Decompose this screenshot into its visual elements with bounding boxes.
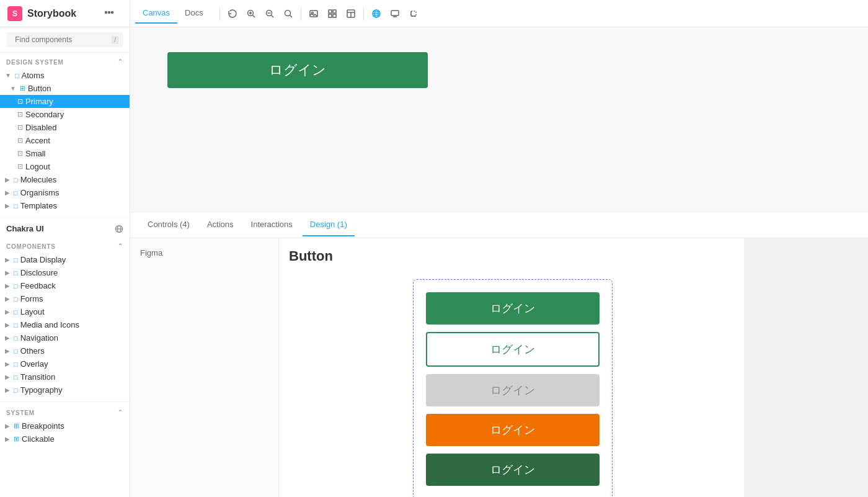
reload-icon[interactable] — [224, 5, 241, 22]
search-box[interactable]: / — [6, 32, 123, 47]
bottom-panel: Controls (4) Actions Interactions Design… — [130, 212, 868, 497]
tab-canvas[interactable]: Canvas — [135, 3, 177, 24]
sidebar-item-media-icons[interactable]: ▶ □ Media and Icons — [0, 318, 130, 331]
topbar-menu-button[interactable] — [101, 4, 117, 22]
preview-primary-button[interactable]: ログイン — [167, 52, 428, 88]
sidebar-item-label: Atoms — [22, 71, 45, 80]
sidebar-item-transition[interactable]: ▶ □ Transition — [0, 370, 130, 383]
toolbar: Canvas Docs — [130, 0, 868, 27]
folder-icon: □ — [14, 387, 18, 394]
storybook-logo-text: Storybook — [27, 8, 76, 19]
chevron: ▶ — [5, 321, 10, 328]
sidebar-item-overlay[interactable]: ▶ □ Overlay — [0, 357, 130, 370]
sidebar-item-logout[interactable]: ⊡ Logout — [0, 160, 130, 173]
sidebar-item-label: Media and Icons — [20, 320, 79, 329]
tab-docs[interactable]: Docs — [177, 3, 211, 24]
folder-icon: □ — [14, 374, 18, 381]
chakra-ui-label: Chakra UI — [6, 224, 44, 233]
sidebar-item-label: Clickable — [22, 434, 55, 444]
variant-secondary-button[interactable]: ログイン — [426, 332, 600, 367]
sidebar-item-templates[interactable]: ▶ □ Templates — [0, 199, 130, 212]
tab-controls[interactable]: Controls (4) — [140, 213, 197, 236]
svg-point-2 — [112, 12, 113, 13]
storybook-logo-icon: S — [7, 6, 22, 21]
tab-actions[interactable]: Actions — [200, 213, 241, 236]
crop-icon[interactable] — [405, 5, 422, 22]
photo-icon[interactable] — [305, 5, 322, 22]
toolbar-divider-3 — [363, 6, 364, 21]
sidebar-item-secondary[interactable]: ⊡ Secondary — [0, 108, 130, 121]
sidebar: / DESIGN SYSTEM ⌃ ▼ □ Atoms ▼ ⊞ Button ⊡… — [0, 27, 130, 497]
zoom-reset-icon[interactable] — [280, 5, 297, 22]
svg-rect-14 — [329, 10, 332, 13]
chevron: ▶ — [5, 423, 10, 429]
canvas-area: ログイン — [130, 27, 868, 212]
folder-icon: □ — [15, 72, 19, 79]
zoom-out-icon[interactable] — [261, 5, 278, 22]
sidebar-item-typography[interactable]: ▶ □ Typography — [0, 383, 130, 396]
sidebar-search-area: / — [0, 27, 130, 53]
search-input[interactable] — [15, 35, 108, 44]
sidebar-item-breakpoints[interactable]: ▶ ⊞ Breakpoints — [0, 419, 130, 432]
tab-design[interactable]: Design (1) — [303, 213, 355, 236]
figma-label: Figma — [140, 248, 162, 257]
sidebar-item-label: Accent — [25, 136, 50, 145]
folder-icon: □ — [14, 189, 18, 197]
variant-primary-button[interactable]: ログイン — [426, 292, 600, 325]
sidebar-item-molecules[interactable]: ▶ □ Molecules — [0, 173, 130, 186]
monitor-icon[interactable] — [386, 5, 404, 22]
sidebar-item-clickable[interactable]: ▶ ⊞ Clickable — [0, 432, 130, 446]
sidebar-item-accent[interactable]: ⊡ Accent — [0, 134, 130, 147]
topbar-logo: S Storybook — [0, 0, 130, 27]
zoom-in-icon[interactable] — [242, 5, 260, 22]
design-system-toggle[interactable]: ⌃ — [117, 58, 123, 66]
sidebar-item-layout[interactable]: ▶ □ Layout — [0, 305, 130, 318]
sidebar-item-atoms[interactable]: ▼ □ Atoms — [0, 69, 130, 82]
globe-icon[interactable] — [368, 5, 385, 22]
sidebar-item-label: Forms — [20, 294, 43, 303]
sidebar-item-label: Logout — [25, 162, 50, 171]
variant-accent-button[interactable]: ログイン — [426, 414, 600, 446]
sidebar-item-disabled[interactable]: ⊡ Disabled — [0, 121, 130, 134]
sidebar-item-small[interactable]: ⊡ Small — [0, 147, 130, 160]
chakra-ui-header: Chakra UI — [0, 217, 130, 237]
components-toggle[interactable]: ⌃ — [117, 242, 123, 251]
folder-icon: □ — [14, 334, 18, 342]
svg-point-10 — [285, 10, 290, 16]
svg-rect-16 — [329, 14, 332, 17]
sidebar-item-forms[interactable]: ▶ □ Forms — [0, 292, 130, 305]
svg-line-4 — [252, 15, 255, 17]
sidebar-item-organisms[interactable]: ▶ □ Organisms — [0, 186, 130, 199]
tab-interactions[interactable]: Interactions — [244, 213, 300, 236]
sidebar-item-data-display[interactable]: ▶ □ Data Display — [0, 253, 130, 266]
sidebar-item-label: Feedback — [20, 281, 56, 290]
sidebar-item-feedback[interactable]: ▶ □ Feedback — [0, 279, 130, 292]
variant-small-button[interactable]: ログイン — [426, 454, 600, 486]
chevron: ▶ — [5, 295, 10, 302]
sidebar-item-disclosure[interactable]: ▶ □ Disclosure — [0, 266, 130, 279]
sidebar-item-others[interactable]: ▶ □ Others — [0, 344, 130, 357]
sidebar-item-label: Typography — [20, 385, 63, 395]
sidebar-item-primary[interactable]: ⊡ Primary — [0, 95, 130, 108]
sidebar-item-navigation[interactable]: ▶ □ Navigation — [0, 331, 130, 344]
folder-icon: □ — [14, 269, 18, 277]
grid-icon[interactable] — [324, 5, 341, 22]
bottom-content: Figma Button ログイン ログイン ログイン ログイン ログイン — [130, 238, 868, 497]
folder-icon: □ — [14, 360, 18, 368]
story-icon: ⊡ — [17, 97, 23, 105]
story-icon: ⊡ — [17, 150, 23, 158]
main-layout: / DESIGN SYSTEM ⌃ ▼ □ Atoms ▼ ⊞ Button ⊡… — [0, 27, 868, 497]
sidebar-item-label: Templates — [20, 201, 57, 210]
bottom-tabs: Controls (4) Actions Interactions Design… — [130, 212, 868, 238]
sidebar-item-label: Molecules — [20, 175, 57, 184]
story-icon: ⊡ — [17, 110, 23, 119]
sidebar-item-button[interactable]: ▼ ⊞ Button — [0, 82, 130, 95]
design-title: Button — [289, 248, 734, 264]
layout-icon[interactable] — [342, 5, 360, 22]
svg-point-0 — [105, 12, 107, 13]
system-toggle[interactable]: ⌃ — [117, 408, 123, 417]
toolbar-divider-1 — [219, 6, 220, 21]
sidebar-item-label: Others — [20, 346, 45, 356]
folder-icon: □ — [14, 347, 18, 355]
folder-icon: □ — [14, 176, 18, 184]
